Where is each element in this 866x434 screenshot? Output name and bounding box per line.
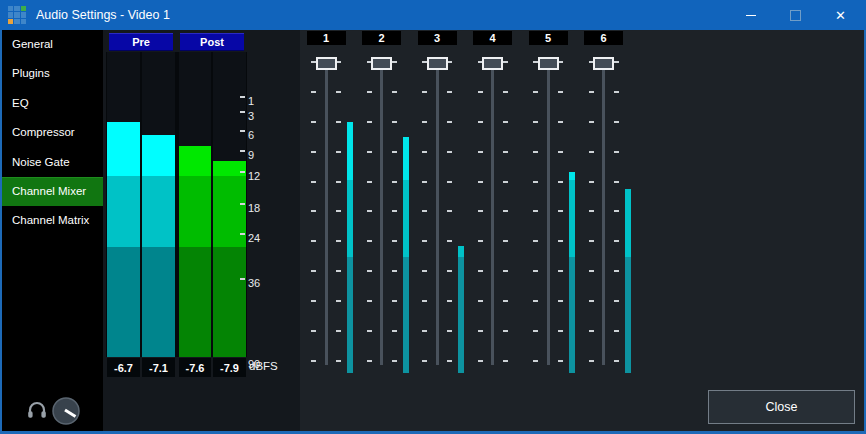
channel-4-label: 4 xyxy=(473,31,512,45)
channel-5-fader-handle[interactable] xyxy=(538,57,559,70)
pre-left-db-value: -6.7 xyxy=(107,358,140,377)
fader-ticks xyxy=(367,61,372,363)
channel-strip-5: 5 xyxy=(520,30,576,380)
channel-4-fader-handle[interactable] xyxy=(482,57,503,70)
channel-3-fader-track[interactable] xyxy=(436,63,439,365)
channel-strip-2: 2 xyxy=(354,30,410,380)
channel-2-meter xyxy=(403,57,409,373)
audio-settings-window: Audio Settings - Video 1 ✕ General Plugi… xyxy=(0,0,866,434)
channel-4-meter xyxy=(514,57,520,373)
sidebar-item-plugins[interactable]: Plugins xyxy=(2,59,103,88)
channel-1-label: 1 xyxy=(307,31,346,45)
channel-6-fader-track[interactable] xyxy=(602,63,605,365)
close-window-button[interactable]: ✕ xyxy=(818,0,863,30)
channel-6-label: 6 xyxy=(584,31,623,45)
minimize-button[interactable] xyxy=(728,0,773,30)
maximize-button xyxy=(773,0,818,30)
channel-2-fader-handle[interactable] xyxy=(371,57,392,70)
channel-1-fader-handle[interactable] xyxy=(316,57,337,70)
scale-label: 24 xyxy=(248,232,260,244)
scale-label: 1 xyxy=(248,95,254,107)
fader-ticks xyxy=(558,61,563,363)
window-title: Audio Settings - Video 1 xyxy=(36,0,170,30)
minimize-icon xyxy=(746,15,756,16)
settings-sidebar: General Plugins EQ Compressor Noise Gate… xyxy=(2,30,103,431)
dbfs-unit-label: dBFS xyxy=(249,360,278,372)
scale-label: 6 xyxy=(248,129,254,141)
channel-6-meter xyxy=(625,57,631,373)
headphone-volume-knob[interactable] xyxy=(52,397,80,425)
headphones-icon[interactable] xyxy=(27,401,47,419)
channel-2-fader-track[interactable] xyxy=(380,63,383,365)
scale-label: 36 xyxy=(248,277,260,289)
titlebar[interactable]: Audio Settings - Video 1 ✕ xyxy=(0,0,866,30)
fader-ticks xyxy=(503,61,508,363)
fader-ticks xyxy=(336,61,341,363)
sidebar-item-channel-matrix[interactable]: Channel Matrix xyxy=(2,206,103,235)
channel-strip-3: 3 xyxy=(409,30,465,380)
pre-right-db-value: -7.1 xyxy=(142,358,175,377)
channel-1-fader-track[interactable] xyxy=(325,63,328,365)
pre-meter-right xyxy=(142,52,175,357)
fader-ticks xyxy=(392,61,397,363)
channel-strip-6: 6 xyxy=(576,30,632,380)
fader-ticks xyxy=(422,61,427,363)
channel-3-fader-handle[interactable] xyxy=(427,57,448,70)
fader-ticks xyxy=(447,61,452,363)
channel-4-fader-track[interactable] xyxy=(491,63,494,365)
fader-ticks xyxy=(614,61,619,363)
sidebar-item-channel-mixer[interactable]: Channel Mixer xyxy=(2,177,103,206)
sidebar-item-general[interactable]: General xyxy=(2,30,103,59)
fader-ticks xyxy=(589,61,594,363)
maximize-icon xyxy=(790,10,801,21)
db-scale: 1 3 6 9 12 18 24 36 90 xyxy=(240,30,300,390)
channel-strip-4: 4 xyxy=(465,30,521,380)
fader-ticks xyxy=(311,61,316,363)
channel-3-label: 3 xyxy=(418,31,457,45)
pre-meter-left xyxy=(107,52,140,357)
sidebar-item-compressor[interactable]: Compressor xyxy=(2,118,103,147)
sidebar-item-noise-gate[interactable]: Noise Gate xyxy=(2,148,103,177)
fader-ticks xyxy=(533,61,538,363)
scale-label: 18 xyxy=(248,202,260,214)
channel-3-meter xyxy=(458,57,464,373)
scale-label: 12 xyxy=(248,170,260,182)
channel-2-label: 2 xyxy=(362,31,401,45)
channel-6-fader-handle[interactable] xyxy=(593,57,614,70)
scale-label: 9 xyxy=(248,149,254,161)
post-meter-left xyxy=(179,52,211,357)
channel-5-meter xyxy=(569,57,575,373)
close-button[interactable]: Close xyxy=(708,390,855,424)
fader-ticks xyxy=(478,61,483,363)
channel-strip-1: 1 xyxy=(298,30,354,380)
sidebar-item-eq[interactable]: EQ xyxy=(2,89,103,118)
post-meter-header: Post xyxy=(180,33,244,51)
channel-5-label: 5 xyxy=(529,31,568,45)
post-left-db-value: -7.6 xyxy=(179,358,211,377)
channel-1-meter xyxy=(347,57,353,373)
app-logo-icon xyxy=(8,6,26,24)
channel-5-fader-track[interactable] xyxy=(547,63,550,365)
scale-label: 3 xyxy=(248,110,254,122)
post-right-db-value: -7.9 xyxy=(213,358,246,377)
pre-meter-header: Pre xyxy=(109,33,173,51)
